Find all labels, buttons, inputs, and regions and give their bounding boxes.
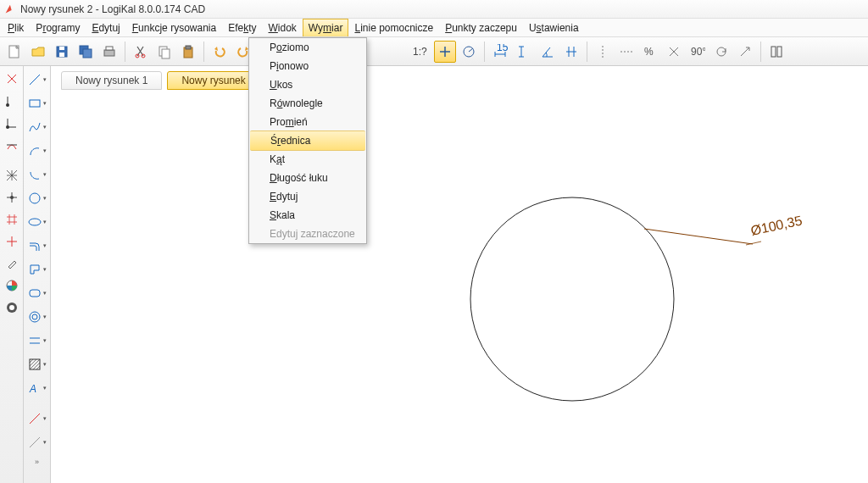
svg-rect-3: [59, 47, 64, 50]
snap-eyedropper-icon[interactable]: [3, 254, 21, 273]
guide-cross-button[interactable]: [663, 41, 685, 63]
svg-text:15: 15: [497, 44, 508, 53]
snap-ortho-button[interactable]: [434, 41, 456, 63]
main-toolbar: 1:? 15 % 90°: [0, 37, 868, 66]
svg-rect-30: [30, 290, 40, 297]
snap-grid4-icon[interactable]: [3, 232, 21, 251]
tool-arc[interactable]: ▾: [26, 141, 48, 161]
snap-polar-button[interactable]: [458, 41, 480, 63]
copy-button[interactable]: [153, 41, 175, 63]
dim-angle-button[interactable]: [537, 41, 559, 63]
tool-double-circle[interactable]: ▾: [26, 307, 48, 327]
svg-point-32: [32, 314, 37, 319]
menu-funkcje-rysowania[interactable]: Funkcje rysowania: [126, 19, 222, 36]
tool-parallel-lines[interactable]: ▾: [26, 330, 48, 351]
menu-linie-pomocnicze[interactable]: Linie pomocnicze: [348, 19, 439, 36]
snap-grid1-icon[interactable]: [3, 166, 21, 185]
left-toolbar-snap: [0, 66, 24, 483]
tool-hatch[interactable]: ▾: [26, 354, 48, 375]
snap-endpoint-icon[interactable]: [3, 92, 21, 110]
dd-edytuj-zaznaczone: Edytuj zaznaczone: [249, 225, 366, 243]
undo-button[interactable]: [209, 41, 231, 63]
snap-corner-icon[interactable]: [3, 114, 21, 132]
tool-line[interactable]: ▾: [26, 69, 48, 90]
guide-horizontal-button[interactable]: [615, 41, 637, 63]
menu-wymiar-dropdown: Poziomo Pionowo Ukos Równolegle Promień …: [248, 37, 367, 244]
menu-wymiar[interactable]: Wymiar: [303, 19, 349, 36]
dd-dlugosc-luku[interactable]: Długość łuku: [249, 169, 366, 187]
snap-grid2-icon[interactable]: [3, 188, 21, 207]
snap-scissors-icon[interactable]: [3, 69, 21, 88]
dd-srednica[interactable]: Średnica: [250, 130, 365, 151]
print-button[interactable]: [98, 41, 120, 63]
scale-label[interactable]: 1:?: [408, 46, 432, 58]
tool-roundrect[interactable]: ▾: [26, 283, 48, 303]
open-file-button[interactable]: [27, 41, 49, 63]
guide-arrow-button[interactable]: [734, 41, 756, 63]
svg-text:%: %: [644, 46, 654, 58]
tool-line3[interactable]: ▾: [26, 432, 48, 452]
new-file-button[interactable]: [3, 41, 25, 63]
tool-profile[interactable]: ▾: [26, 259, 48, 280]
dd-poziomo[interactable]: Poziomo: [249, 38, 366, 57]
svg-point-22: [6, 125, 9, 129]
tool-offset[interactable]: ▾: [26, 236, 48, 256]
guide-angle-button[interactable]: 90°: [687, 41, 709, 63]
dim-align-button[interactable]: [560, 41, 582, 63]
layout-columns-button[interactable]: [765, 41, 787, 63]
dim-vertical-button[interactable]: [513, 41, 535, 63]
toolbar-separator: [587, 42, 587, 62]
toolbar-separator: [484, 42, 485, 62]
svg-point-26: [9, 305, 14, 310]
menu-ustawienia[interactable]: Ustawienia: [523, 19, 585, 36]
window-titlebar: Nowy rysunek 2 - LogiKal 8.0.0.174 CAD: [0, 0, 868, 19]
dd-pionowo[interactable]: Pionowo: [249, 57, 366, 75]
snap-color-icon[interactable]: [3, 276, 21, 295]
menu-widok[interactable]: Widok: [263, 19, 303, 36]
tool-line2[interactable]: ▾: [26, 408, 48, 429]
guide-percent-button[interactable]: %: [639, 41, 661, 63]
svg-point-31: [30, 312, 40, 322]
tool-circle[interactable]: ▾: [26, 188, 48, 208]
snap-grid3-icon[interactable]: [3, 210, 21, 229]
cut-button[interactable]: [130, 41, 152, 63]
tool-text[interactable]: A▾: [26, 378, 48, 398]
menu-plik[interactable]: Plik: [2, 19, 30, 36]
svg-point-35: [470, 197, 674, 401]
svg-point-23: [10, 196, 14, 199]
svg-text:90°: 90°: [691, 46, 705, 58]
left-toolbar-draw: ▾ ▾ ▾ ▾ ▾ ▾ ▾ ▾ ▾ ▾ ▾ ▾ ▾ A▾ ▾ ▾ »: [24, 66, 51, 483]
svg-point-28: [30, 193, 40, 203]
snap-tangent-icon[interactable]: [3, 136, 21, 154]
toolbar-separator: [760, 42, 761, 62]
dd-kat[interactable]: Kąt: [249, 150, 366, 169]
toolbar-separator: [203, 42, 204, 62]
dd-skala[interactable]: Skala: [249, 206, 366, 225]
dd-promien[interactable]: Promień: [249, 113, 366, 131]
svg-rect-27: [30, 100, 40, 107]
dim-horizontal-button[interactable]: 15: [489, 41, 511, 63]
toolbar-overflow-icon[interactable]: »: [35, 458, 39, 466]
tool-ellipse[interactable]: ▾: [26, 212, 48, 232]
save-button[interactable]: [51, 41, 73, 63]
tool-arc2[interactable]: ▾: [26, 164, 48, 185]
svg-text:A: A: [29, 383, 36, 395]
menu-punkty-zaczepu[interactable]: Punkty zaczepu: [439, 19, 523, 36]
guide-vertical-button[interactable]: [592, 41, 614, 63]
dd-edytuj[interactable]: Edytuj: [249, 187, 366, 206]
app-logo-icon: [3, 3, 15, 15]
tool-spline[interactable]: ▾: [26, 117, 48, 137]
svg-rect-6: [104, 50, 114, 56]
dd-rownolegle[interactable]: Równolegle: [249, 94, 366, 113]
drawing-canvas[interactable]: Nowy rysunek 1 Nowy rysunek 2⊗ Ø100,35: [51, 66, 868, 483]
dd-ukos[interactable]: Ukos: [249, 75, 366, 94]
guide-rotate-button[interactable]: [710, 41, 732, 63]
menu-programy[interactable]: Programy: [30, 19, 86, 36]
tool-rectangle[interactable]: ▾: [26, 93, 48, 114]
menu-efekty[interactable]: Efekty: [222, 19, 262, 36]
canvas-svg: [51, 66, 868, 483]
save-all-button[interactable]: [75, 41, 97, 63]
snap-fillbg-icon[interactable]: [3, 298, 21, 317]
menu-edytuj[interactable]: Edytuj: [86, 19, 125, 36]
paste-button[interactable]: [177, 41, 199, 63]
